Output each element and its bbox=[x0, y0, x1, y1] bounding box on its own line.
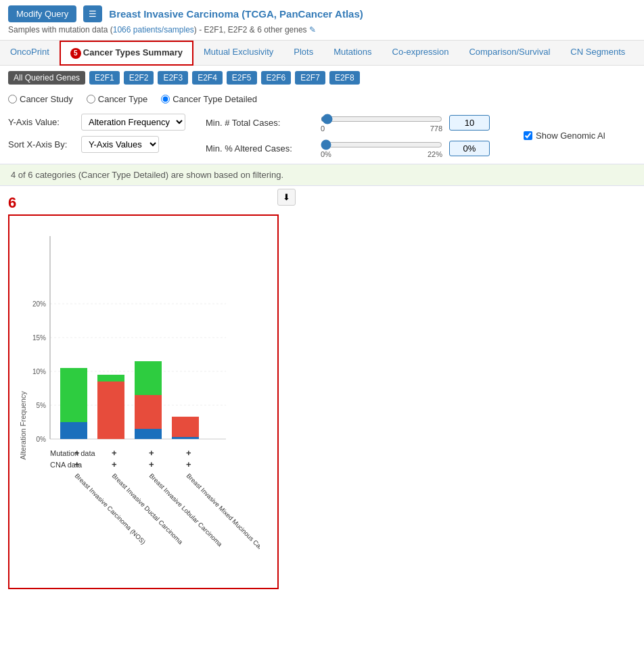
radio-group: Cancer Study Cancer Type Cancer Type Det… bbox=[0, 90, 644, 108]
show-genomic-container: Show Genomic Al bbox=[524, 114, 605, 158]
chart-wrapper: Alteration Frequency 0% 5% 10% 15% 20% bbox=[8, 214, 279, 589]
mutation-data-label: Mutation data bbox=[50, 449, 96, 457]
tab-coexpression[interactable]: Co-expression bbox=[382, 41, 459, 65]
min-altered-slider[interactable] bbox=[321, 139, 442, 150]
all-genes-button[interactable]: All Queried Genes bbox=[8, 71, 85, 85]
gene-btn-e2f5[interactable]: E2F5 bbox=[227, 71, 257, 85]
tab-comparison[interactable]: Comparison/Survival bbox=[459, 41, 560, 65]
xaxis-select[interactable]: Y-Axis Values Alphabetically bbox=[81, 136, 159, 153]
min-total-input[interactable] bbox=[449, 115, 490, 131]
bar-4-blue[interactable] bbox=[172, 437, 199, 439]
yaxis-title: Alteration Frequency bbox=[19, 390, 27, 459]
svg-text:+: + bbox=[74, 448, 80, 458]
bar-4-red[interactable] bbox=[172, 417, 199, 439]
svg-text:+: + bbox=[186, 448, 191, 458]
tab-cancer-types[interactable]: 5Cancer Types Summary bbox=[60, 41, 193, 66]
bar-3-green[interactable] bbox=[135, 361, 162, 395]
section-number: 6 bbox=[8, 194, 636, 212]
radio-cancer-type[interactable]: Cancer Type bbox=[87, 94, 147, 104]
bar-3-blue[interactable] bbox=[135, 429, 162, 439]
tab-oncoprint[interactable]: OncoPrint bbox=[0, 41, 60, 65]
gene-btn-e2f8[interactable]: E2F8 bbox=[329, 71, 360, 85]
gene-btn-e2f1[interactable]: E2F1 bbox=[89, 71, 120, 85]
min-total-label: Min. # Total Cases: bbox=[206, 118, 314, 128]
yaxis-select[interactable]: Alteration Frequency Absolute Count bbox=[81, 114, 185, 131]
svg-text:+: + bbox=[112, 459, 117, 469]
edit-icon[interactable]: ✎ bbox=[309, 25, 316, 34]
svg-text:+: + bbox=[112, 448, 117, 458]
min-total-row: Min. # Total Cases: 0 778 bbox=[206, 114, 490, 133]
xaxis-row: Sort X-Axis By: Y-Axis Values Alphabetic… bbox=[8, 136, 185, 153]
svg-text:Breast Invasive Ductal Carcino: Breast Invasive Ductal Carcinoma bbox=[111, 471, 185, 545]
radio-cancer-study[interactable]: Cancer Study bbox=[8, 94, 73, 104]
min-total-range: 0 778 bbox=[321, 124, 442, 133]
download-button[interactable]: ⬇ bbox=[277, 189, 296, 206]
gene-btn-e2f3[interactable]: E2F3 bbox=[158, 71, 188, 85]
tab-cn-segments[interactable]: CN Segments bbox=[560, 41, 635, 65]
bar-2-red[interactable] bbox=[97, 382, 124, 439]
settings-button[interactable]: ☰ bbox=[83, 5, 102, 22]
bar-chart: Alteration Frequency 0% 5% 10% 15% 20% bbox=[16, 223, 260, 581]
svg-text:Breast Invasive Carcinoma (NOS: Breast Invasive Carcinoma (NOS) bbox=[74, 471, 147, 545]
gene-bar: All Queried Genes E2F1 E2F2 E2F3 E2F4 E2… bbox=[0, 66, 644, 90]
show-genomic-label: Show Genomic Al bbox=[536, 131, 605, 141]
tab-badge: 5 bbox=[70, 48, 81, 59]
yaxis-row: Y-Axis Value: Alteration Frequency Absol… bbox=[8, 114, 185, 131]
min-total-slider-container: 0 778 bbox=[321, 114, 442, 133]
tab-mutual-exclusivity[interactable]: Mutual Exclusivity bbox=[193, 41, 283, 65]
filter-info: 4 of 6 categories (Cancer Type Detailed)… bbox=[0, 164, 644, 186]
modify-query-button[interactable]: Modify Query bbox=[8, 5, 76, 22]
bar-2-green[interactable] bbox=[97, 375, 124, 382]
gene-btn-e2f6[interactable]: E2F6 bbox=[261, 71, 292, 85]
svg-text:5%: 5% bbox=[37, 402, 47, 409]
svg-text:0%: 0% bbox=[37, 436, 47, 443]
bar-1-blue[interactable] bbox=[60, 422, 87, 439]
svg-text:+: + bbox=[74, 459, 80, 469]
min-total-slider[interactable] bbox=[321, 114, 442, 124]
gene-btn-e2f4[interactable]: E2F4 bbox=[192, 71, 223, 85]
controls-area: Y-Axis Value: Alteration Frequency Absol… bbox=[0, 108, 644, 164]
tab-mutations[interactable]: Mutations bbox=[323, 41, 382, 65]
tab-bar: OncoPrint 5Cancer Types Summary Mutual E… bbox=[0, 41, 644, 66]
study-subtitle: Samples with mutation data (1066 patient… bbox=[8, 25, 636, 34]
gene-btn-e2f2[interactable]: E2F2 bbox=[124, 71, 154, 85]
slider-section: Min. # Total Cases: 0 778 Min. % Altered… bbox=[206, 114, 490, 158]
xaxis-label: Sort X-Axis By: bbox=[8, 139, 76, 149]
min-altered-slider-container: 0% 22% bbox=[321, 139, 442, 158]
svg-text:+: + bbox=[149, 459, 154, 469]
min-altered-label: Min. % Altered Cases: bbox=[206, 143, 314, 154]
svg-text:Breast Invasive Lobular Carcin: Breast Invasive Lobular Carcinoma bbox=[148, 471, 225, 548]
svg-text:+: + bbox=[186, 459, 191, 469]
svg-text:15%: 15% bbox=[32, 334, 46, 342]
svg-text:20%: 20% bbox=[32, 300, 46, 308]
min-altered-range: 0% 22% bbox=[321, 150, 442, 158]
axis-controls: Y-Axis Value: Alteration Frequency Absol… bbox=[8, 114, 185, 158]
chart-section: 6 ⬇ Alteration Frequency 0% 5% 10% 15% 2… bbox=[0, 186, 644, 599]
min-altered-input[interactable] bbox=[449, 141, 490, 156]
radio-cancer-type-detailed[interactable]: Cancer Type Detailed bbox=[161, 94, 257, 104]
min-altered-row: Min. % Altered Cases: 0% 22% bbox=[206, 139, 490, 158]
study-title-link[interactable]: Breast Invasive Carcinoma (TCGA, PanCanc… bbox=[109, 8, 363, 20]
svg-text:10%: 10% bbox=[32, 368, 46, 375]
yaxis-label: Y-Axis Value: bbox=[8, 117, 76, 127]
svg-text:+: + bbox=[149, 448, 154, 458]
tab-plots[interactable]: Plots bbox=[283, 41, 323, 65]
gene-btn-e2f7[interactable]: E2F7 bbox=[295, 71, 325, 85]
patients-link[interactable]: 1066 patients/samples bbox=[113, 25, 194, 34]
page-header: Modify Query ☰ Breast Invasive Carcinoma… bbox=[0, 0, 644, 41]
show-genomic-checkbox[interactable] bbox=[524, 131, 532, 140]
